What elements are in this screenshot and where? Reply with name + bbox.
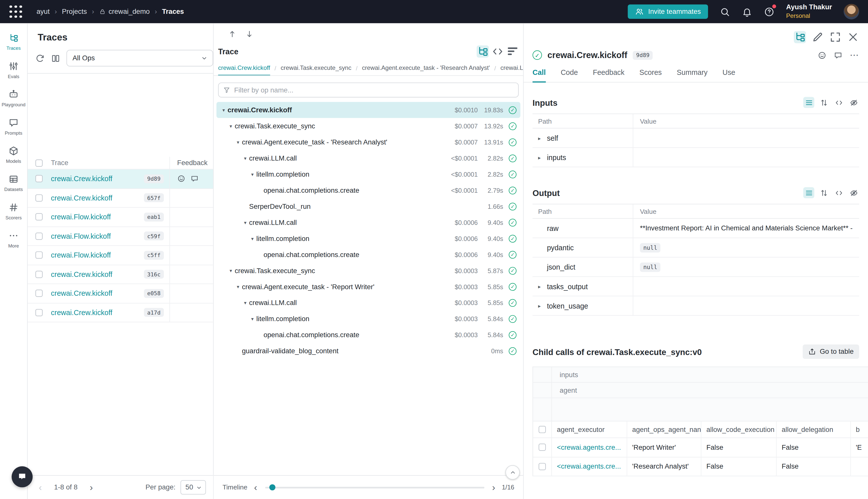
trace-name-link[interactable]: crewai.Crew.kickoff bbox=[51, 175, 112, 183]
trace-name-link[interactable]: crewai.Crew.kickoff bbox=[51, 194, 112, 202]
trace-name-link[interactable]: crewai.Crew.kickoff bbox=[51, 270, 112, 278]
kv-row[interactable]: ▸tasks_output bbox=[532, 277, 859, 296]
timeline-prev-icon[interactable]: ‹ bbox=[254, 483, 257, 492]
ref-link[interactable]: <crewai.agents.cre... bbox=[552, 457, 627, 476]
tab-feedback[interactable]: Feedback bbox=[593, 68, 624, 82]
tree-node[interactable]: ▾litellm.completion<$0.00012.82s✓ bbox=[216, 166, 520, 182]
help-icon[interactable] bbox=[764, 6, 774, 17]
select-all-checkbox[interactable] bbox=[539, 426, 546, 433]
expand-values-button[interactable] bbox=[818, 187, 829, 198]
comment-icon[interactable] bbox=[190, 175, 199, 183]
expand-toggle-icon[interactable]: ▾ bbox=[249, 236, 257, 241]
kv-row[interactable]: pydanticnull bbox=[532, 238, 859, 257]
expand-toggle-icon[interactable]: ▾ bbox=[234, 139, 242, 145]
expand-values-button[interactable] bbox=[818, 97, 829, 108]
trace-path-tab[interactable]: crewai.LLM.call bbox=[500, 64, 523, 76]
row-checkbox[interactable] bbox=[35, 271, 42, 278]
breadcrumb-item-crewai_demo[interactable]: crewai_demo bbox=[99, 8, 150, 15]
avatar[interactable] bbox=[844, 4, 859, 19]
trace-name-link[interactable]: crewai.Crew.kickoff bbox=[51, 308, 112, 317]
kv-row[interactable]: json_dictnull bbox=[532, 257, 859, 277]
tree-node[interactable]: ▾litellm.completion$0.00035.84s✓ bbox=[216, 311, 520, 327]
tree-node[interactable]: guardrail-validate_blog_content0ms✓ bbox=[216, 343, 520, 359]
row-checkbox[interactable] bbox=[35, 175, 42, 182]
code-view-button[interactable] bbox=[492, 46, 504, 58]
tree-node[interactable]: ▾litellm.completion$0.00069.40s✓ bbox=[216, 230, 520, 246]
trace-row[interactable]: crewai.Crew.kickoffa17d bbox=[28, 303, 213, 322]
expand-toggle-icon[interactable]: ▾ bbox=[241, 220, 249, 225]
row-checkbox[interactable] bbox=[35, 309, 42, 316]
sidebar-item-datasets[interactable]: Datasets bbox=[0, 169, 27, 197]
row-checkbox[interactable] bbox=[35, 194, 42, 202]
invite-teammates-button[interactable]: Invite teammates bbox=[628, 4, 708, 19]
tree-node[interactable]: openai.chat.completions.create$0.00069.4… bbox=[216, 246, 520, 263]
trace-name-link[interactable]: crewai.Flow.kickoff bbox=[51, 232, 111, 240]
tree-node[interactable]: ▾crewai.LLM.call$0.00069.40s✓ bbox=[216, 214, 520, 230]
trace-row[interactable]: crewai.Crew.kickoff316c bbox=[28, 265, 213, 284]
expand-toggle-icon[interactable]: ▸ bbox=[538, 303, 547, 309]
expand-toggle-icon[interactable]: ▸ bbox=[538, 135, 547, 141]
hide-values-button[interactable] bbox=[848, 97, 859, 108]
trace-path-tab[interactable]: crewai.Task.execute_sync bbox=[281, 64, 351, 76]
trace-row[interactable]: crewai.Crew.kickoff657f bbox=[28, 188, 213, 208]
trace-name-link[interactable]: crewai.Flow.kickoff bbox=[51, 213, 111, 221]
wandb-logo[interactable] bbox=[9, 5, 23, 19]
tree-view-button[interactable] bbox=[477, 46, 489, 58]
prev-trace-icon[interactable] bbox=[228, 30, 236, 38]
tree-node[interactable]: ▾crewai.Task.execute_sync$0.00035.87s✓ bbox=[216, 263, 520, 279]
trace-name-link[interactable]: crewai.Crew.kickoff bbox=[51, 289, 112, 297]
column-settings-icon[interactable] bbox=[51, 53, 60, 63]
breadcrumb-item-Traces[interactable]: Traces bbox=[162, 8, 184, 15]
timeline-slider[interactable] bbox=[265, 486, 484, 488]
trace-row[interactable]: crewai.Flow.kickoffc59f bbox=[28, 227, 213, 246]
sidebar-item-models[interactable]: Models bbox=[0, 141, 27, 169]
tree-node[interactable]: ▾crewai.LLM.call$0.00035.85s✓ bbox=[216, 295, 520, 311]
list-view-button[interactable] bbox=[803, 97, 814, 108]
collapse-timeline-button[interactable] bbox=[505, 465, 520, 479]
add-reaction-icon[interactable] bbox=[177, 175, 185, 183]
prev-page-icon[interactable]: ‹ bbox=[39, 483, 42, 492]
tree-node[interactable]: ▾crewai.LLM.call<$0.00012.82s✓ bbox=[216, 150, 520, 166]
add-reaction-icon[interactable] bbox=[818, 51, 826, 60]
flame-view-button[interactable] bbox=[507, 46, 519, 58]
tree-node[interactable]: ▾crewai.Agent.execute_task - 'Report Wri… bbox=[216, 279, 520, 295]
trace-row[interactable]: crewai.Crew.kickoff9d89 bbox=[28, 169, 213, 188]
expand-toggle-icon[interactable]: ▾ bbox=[220, 107, 227, 112]
select-all-checkbox[interactable] bbox=[35, 159, 42, 167]
sidebar-item-prompts[interactable]: Prompts bbox=[0, 112, 27, 141]
user-menu[interactable]: Ayush Thakur Personal bbox=[786, 3, 832, 20]
per-page-select[interactable]: 50 bbox=[181, 480, 206, 495]
trace-name-link[interactable]: crewai.Flow.kickoff bbox=[51, 251, 111, 259]
notifications-icon[interactable] bbox=[742, 6, 753, 17]
tree-node[interactable]: SerperDevTool._run1.66s✓ bbox=[216, 198, 520, 214]
slider-knob[interactable] bbox=[270, 484, 275, 490]
op-filter-input[interactable] bbox=[234, 86, 513, 94]
expand-toggle-icon[interactable]: ▾ bbox=[234, 284, 242, 290]
breadcrumb-item-Projects[interactable]: Projects bbox=[62, 8, 87, 15]
comment-icon[interactable] bbox=[834, 51, 842, 60]
expand-toggle-icon[interactable]: ▾ bbox=[227, 123, 235, 129]
fullscreen-button[interactable] bbox=[829, 31, 841, 43]
trace-path-tab[interactable]: crewai.Agent.execute_task - 'Research An… bbox=[362, 64, 490, 76]
expand-toggle-icon[interactable]: ▾ bbox=[227, 268, 235, 273]
expand-toggle-icon[interactable]: ▾ bbox=[249, 316, 257, 321]
tab-call[interactable]: Call bbox=[532, 68, 546, 82]
kv-row[interactable]: raw**Investment Report: AI in Chemical a… bbox=[532, 219, 859, 238]
sidebar-item-more[interactable]: More bbox=[0, 226, 27, 254]
search-icon[interactable] bbox=[720, 6, 730, 17]
next-page-icon[interactable]: › bbox=[90, 483, 93, 492]
tree-node[interactable]: ▾crewai.Agent.execute_task - 'Research A… bbox=[216, 134, 520, 150]
sidebar-item-evals[interactable]: Evals bbox=[0, 56, 27, 84]
next-trace-icon[interactable] bbox=[245, 30, 253, 38]
tab-code[interactable]: Code bbox=[561, 68, 578, 82]
tree-toggle-button[interactable] bbox=[794, 31, 806, 43]
refresh-icon[interactable] bbox=[35, 53, 45, 63]
kv-row[interactable]: ▸self bbox=[532, 129, 859, 148]
sidebar-item-playground[interactable]: Playground bbox=[0, 84, 27, 112]
tree-node[interactable]: ▾crewai.Task.execute_sync$0.000713.92s✓ bbox=[216, 118, 520, 134]
expand-toggle-icon[interactable]: ▾ bbox=[241, 300, 249, 305]
more-actions-icon[interactable]: ⋯ bbox=[850, 50, 859, 60]
trace-row[interactable]: crewai.Flow.kickoffeab1 bbox=[28, 208, 213, 227]
sidebar-item-traces[interactable]: Traces bbox=[0, 28, 27, 56]
trace-path-tab[interactable]: crewai.Crew.kickoff bbox=[218, 64, 270, 76]
